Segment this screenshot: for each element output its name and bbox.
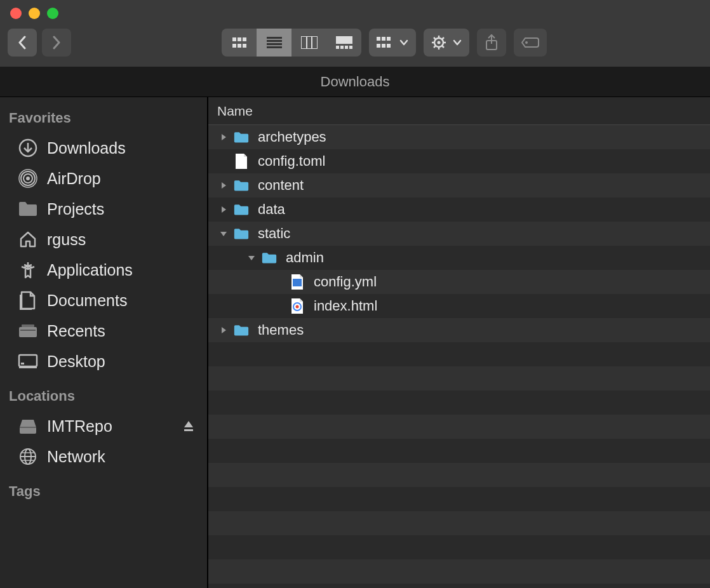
network-icon	[18, 446, 38, 467]
column-header-name[interactable]: Name	[208, 97, 710, 125]
sidebar-heading-favorites: Favorites	[0, 106, 207, 133]
file-icon	[234, 152, 249, 170]
svg-line-32	[434, 46, 436, 48]
file-row[interactable]: themes	[208, 318, 710, 342]
file-row[interactable]: data	[208, 197, 710, 222]
sidebar-item-downloads[interactable]: Downloads	[0, 133, 207, 163]
svg-rect-10	[301, 36, 318, 49]
file-row[interactable]: config.yml	[208, 270, 710, 294]
gear-icon	[431, 35, 446, 50]
action-button[interactable]	[424, 29, 469, 57]
apps-icon	[18, 260, 38, 280]
file-row[interactable]: index.html	[208, 294, 710, 318]
file-row[interactable]: content	[208, 173, 710, 197]
file-name: themes	[258, 322, 304, 338]
svg-rect-43	[19, 327, 37, 337]
svg-point-58	[296, 305, 299, 309]
disclosure-closed-icon[interactable]	[217, 179, 230, 192]
disclosure-closed-icon[interactable]	[217, 203, 230, 216]
empty-row	[208, 342, 710, 366]
svg-line-33	[442, 37, 444, 39]
sidebar-item-recents[interactable]: Recents	[0, 316, 207, 346]
sidebar: FavoritesDownloadsAirDropProjectsrgussAp…	[0, 97, 208, 588]
file-name: content	[258, 177, 304, 194]
file-row[interactable]: admin	[208, 246, 710, 270]
sidebar-item-applications[interactable]: Applications	[0, 255, 207, 285]
svg-rect-50	[184, 429, 193, 431]
svg-point-39	[26, 177, 30, 180]
disclosure-open-icon[interactable]	[245, 251, 258, 264]
file-name: config.yml	[314, 274, 377, 290]
close-button[interactable]	[10, 8, 22, 19]
tags-button[interactable]	[514, 29, 547, 57]
toolbar	[8, 11, 702, 57]
sidebar-heading-locations: Locations	[0, 384, 207, 411]
gallery-view-button[interactable]	[326, 29, 361, 57]
sidebar-item-label: rguss	[47, 231, 86, 249]
folder-icon	[234, 201, 249, 218]
folder-icon	[234, 321, 249, 339]
file-list-pane: Name archetypesconfig.tomlcontentdatasta…	[208, 97, 710, 588]
recents-icon	[18, 321, 38, 341]
svg-rect-56	[293, 279, 302, 286]
minimize-button[interactable]	[29, 8, 40, 19]
svg-rect-9	[267, 46, 282, 48]
yml-file-icon	[290, 273, 305, 291]
sidebar-item-label: Recents	[47, 322, 105, 340]
svg-rect-8	[267, 43, 282, 45]
svg-rect-0	[232, 37, 236, 41]
disclosure-closed-icon[interactable]	[217, 324, 230, 337]
sidebar-item-label: AirDrop	[47, 170, 101, 188]
group-by-button[interactable]	[369, 29, 416, 57]
svg-rect-46	[19, 355, 37, 366]
folder-icon	[234, 177, 249, 194]
sidebar-item-label: Desktop	[47, 352, 105, 371]
sidebar-item-label: Downloads	[47, 139, 126, 157]
sidebar-item-desktop[interactable]: Desktop	[0, 346, 207, 377]
svg-rect-2	[243, 37, 246, 41]
back-button[interactable]	[8, 29, 37, 57]
folder-icon	[18, 199, 38, 219]
svg-rect-44	[22, 324, 34, 327]
sidebar-item-documents[interactable]: Documents	[0, 285, 207, 316]
svg-rect-6	[267, 37, 282, 39]
svg-rect-3	[232, 44, 236, 48]
svg-line-30	[434, 37, 436, 39]
svg-rect-21	[377, 44, 380, 48]
sidebar-item-rguss[interactable]: rguss	[0, 224, 207, 255]
svg-rect-20	[387, 37, 391, 41]
download-icon	[18, 138, 38, 158]
svg-rect-22	[382, 44, 385, 48]
eject-icon[interactable]	[183, 420, 194, 432]
traffic-lights	[10, 8, 58, 19]
empty-row	[208, 415, 710, 439]
column-view-button[interactable]	[291, 29, 326, 57]
folder-icon	[234, 128, 249, 146]
sidebar-item-label: IMTRepo	[47, 417, 112, 436]
maximize-button[interactable]	[47, 8, 58, 19]
desktop-icon	[18, 351, 38, 371]
airdrop-icon	[18, 168, 38, 189]
file-name: admin	[286, 250, 324, 266]
svg-rect-47	[21, 363, 24, 364]
disclosure-open-icon[interactable]	[217, 227, 230, 240]
folder-icon	[234, 225, 249, 243]
sidebar-item-label: Documents	[47, 291, 127, 310]
file-row[interactable]: static	[208, 222, 710, 246]
sidebar-item-imtrepo[interactable]: IMTRepo	[0, 411, 207, 441]
empty-row	[208, 439, 710, 463]
share-button[interactable]	[477, 29, 506, 57]
svg-rect-13	[336, 36, 352, 44]
disclosure-spacer	[217, 155, 230, 168]
sidebar-item-network[interactable]: Network	[0, 441, 207, 472]
sidebar-item-projects[interactable]: Projects	[0, 194, 207, 224]
icon-view-button[interactable]	[222, 29, 257, 57]
html-file-icon	[290, 297, 305, 315]
file-row[interactable]: config.toml	[208, 149, 710, 173]
home-icon	[18, 229, 38, 250]
file-row[interactable]: archetypes	[208, 125, 710, 149]
disclosure-closed-icon[interactable]	[217, 131, 230, 144]
list-view-button[interactable]	[257, 29, 291, 57]
sidebar-item-airdrop[interactable]: AirDrop	[0, 163, 207, 194]
forward-button[interactable]	[42, 29, 71, 57]
